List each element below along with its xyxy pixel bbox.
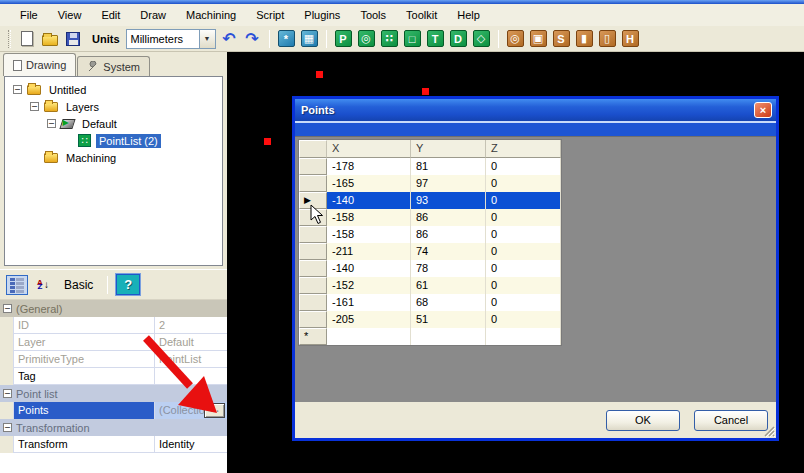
help-button[interactable]: ? xyxy=(116,274,140,295)
ok-button[interactable]: OK xyxy=(606,410,680,431)
grid-cell[interactable]: 0 xyxy=(486,277,561,294)
menu-item-file[interactable]: File xyxy=(10,6,48,24)
grid-cell[interactable]: -211 xyxy=(327,243,411,260)
ellipsis-button[interactable]: ... xyxy=(204,403,225,418)
cancel-button[interactable]: Cancel xyxy=(694,410,768,431)
grid-cell[interactable]: 0 xyxy=(486,226,561,243)
snap-point-icon[interactable]: * xyxy=(277,29,296,48)
property-row-transform[interactable]: TransformIdentity xyxy=(0,436,227,453)
machining-drill-icon[interactable]: ◎ xyxy=(506,29,525,48)
grid-cell[interactable]: 78 xyxy=(411,260,486,277)
grid-row-header[interactable] xyxy=(299,243,327,260)
machining-cylinder-icon[interactable]: ▮ xyxy=(575,29,594,48)
grid-cell[interactable]: 68 xyxy=(411,294,486,311)
grid-cell[interactable] xyxy=(411,328,486,345)
expander-minus-icon[interactable]: – xyxy=(13,85,22,94)
expander-minus-icon[interactable]: – xyxy=(47,119,56,128)
grid-cell[interactable]: -140 xyxy=(327,260,411,277)
menu-item-toolkit[interactable]: Toolkit xyxy=(396,6,447,24)
grid-cell[interactable]: -205 xyxy=(327,311,411,328)
property-value[interactable]: Default xyxy=(155,334,227,351)
grid-cell[interactable]: -165 xyxy=(327,175,411,192)
grid-cell[interactable] xyxy=(327,328,411,345)
dialog-title-bar[interactable]: Points × xyxy=(295,99,776,121)
property-row-id[interactable]: ID2 xyxy=(0,317,227,334)
grid-row-header[interactable] xyxy=(299,175,327,192)
expander-minus-icon[interactable]: – xyxy=(3,304,12,313)
property-row-tag[interactable]: Tag xyxy=(0,368,227,385)
menu-item-tools[interactable]: Tools xyxy=(350,6,396,24)
tree-item-untitled[interactable]: –Untitled xyxy=(5,81,222,98)
grid-row[interactable]: -211740 xyxy=(299,243,561,260)
chevron-down-icon[interactable]: ▼ xyxy=(199,30,215,48)
draw-arc-icon[interactable]: D xyxy=(449,29,468,48)
property-value[interactable]: PointList xyxy=(155,351,227,368)
grid-new-row[interactable]: * xyxy=(299,328,561,345)
grid-row[interactable]: -140780 xyxy=(299,260,561,277)
grid-row[interactable]: -152610 xyxy=(299,277,561,294)
grid-row-header[interactable] xyxy=(299,226,327,243)
draw-polyline-icon[interactable]: P xyxy=(334,29,353,48)
undo-icon[interactable]: ↶ xyxy=(220,29,239,48)
draw-rectangle-icon[interactable]: □ xyxy=(403,29,422,48)
grid-cell[interactable]: -178 xyxy=(327,158,411,175)
grid-cell[interactable]: 0 xyxy=(486,209,561,226)
grid-column-header-x[interactable]: X xyxy=(327,140,411,158)
grid-row-header[interactable] xyxy=(299,294,327,311)
grid-cell[interactable]: 51 xyxy=(411,311,486,328)
menu-item-plugins[interactable]: Plugins xyxy=(294,6,350,24)
draw-solid-icon[interactable]: ◇ xyxy=(472,29,491,48)
grid-column-header-z[interactable]: Z xyxy=(486,140,561,158)
grid-row-header[interactable] xyxy=(299,209,327,226)
menu-item-draw[interactable]: Draw xyxy=(130,6,176,24)
grid-row[interactable]: -158860 xyxy=(299,209,561,226)
grid-row[interactable]: ▶-140930 xyxy=(299,192,561,209)
grid-cell[interactable]: 0 xyxy=(486,243,561,260)
grid-row[interactable]: -158860 xyxy=(299,226,561,243)
grid-row-header[interactable]: * xyxy=(299,328,327,345)
property-value[interactable]: (Collectio... xyxy=(155,402,227,419)
grid-row-header[interactable] xyxy=(299,260,327,277)
grid-cell[interactable]: 86 xyxy=(411,226,486,243)
expander-minus-icon[interactable]: – xyxy=(30,102,39,111)
tree-item-layers[interactable]: –Layers xyxy=(5,98,222,115)
category-point-list[interactable]: –Point list xyxy=(0,385,227,402)
property-row-points[interactable]: Points(Collectio... xyxy=(0,402,227,419)
property-value[interactable] xyxy=(155,368,227,385)
menu-item-edit[interactable]: Edit xyxy=(91,6,130,24)
draw-circle-icon[interactable]: ◎ xyxy=(357,29,376,48)
grid-cell[interactable]: -140 xyxy=(327,192,411,209)
toolbar-grip[interactable] xyxy=(8,30,11,48)
grid-cell[interactable]: 0 xyxy=(486,311,561,328)
grid-row[interactable]: -178810 xyxy=(299,158,561,175)
category-general[interactable]: –(General) xyxy=(0,300,227,317)
units-combobox[interactable]: Millimeters ▼ xyxy=(126,29,216,49)
grid-cell[interactable]: -161 xyxy=(327,294,411,311)
property-value[interactable]: Identity xyxy=(155,436,227,453)
grid-cell[interactable]: 81 xyxy=(411,158,486,175)
grid-icon[interactable]: ▦ xyxy=(300,29,319,48)
drawing-canvas[interactable]: Points × XYZ-178810-165970▶-140930-15886… xyxy=(227,52,804,473)
categorized-view-button[interactable] xyxy=(6,275,28,295)
expander-minus-icon[interactable]: – xyxy=(3,423,12,432)
grid-cell[interactable]: 0 xyxy=(486,294,561,311)
category-transformation[interactable]: –Transformation xyxy=(0,419,227,436)
machining-pocket-icon[interactable]: ▣ xyxy=(529,29,548,48)
grid-row-header[interactable] xyxy=(299,158,327,175)
open-file-icon[interactable] xyxy=(40,29,59,48)
property-row-primitivetype[interactable]: PrimitiveTypePointList xyxy=(0,351,227,368)
redo-icon[interactable]: ↷ xyxy=(243,29,262,48)
property-row-layer[interactable]: LayerDefault xyxy=(0,334,227,351)
grid-row-header[interactable] xyxy=(299,277,327,294)
property-value[interactable]: 2 xyxy=(155,317,227,334)
grid-cell[interactable] xyxy=(486,328,561,345)
grid-cell[interactable]: 0 xyxy=(486,260,561,277)
menu-item-help[interactable]: Help xyxy=(447,6,490,24)
expander-minus-icon[interactable]: – xyxy=(3,389,12,398)
new-file-icon[interactable] xyxy=(17,29,36,48)
grid-cell[interactable]: 74 xyxy=(411,243,486,260)
grid-cell[interactable]: 86 xyxy=(411,209,486,226)
grid-cell[interactable]: 61 xyxy=(411,277,486,294)
grid-row[interactable]: -205510 xyxy=(299,311,561,328)
grid-cell[interactable]: 0 xyxy=(486,175,561,192)
